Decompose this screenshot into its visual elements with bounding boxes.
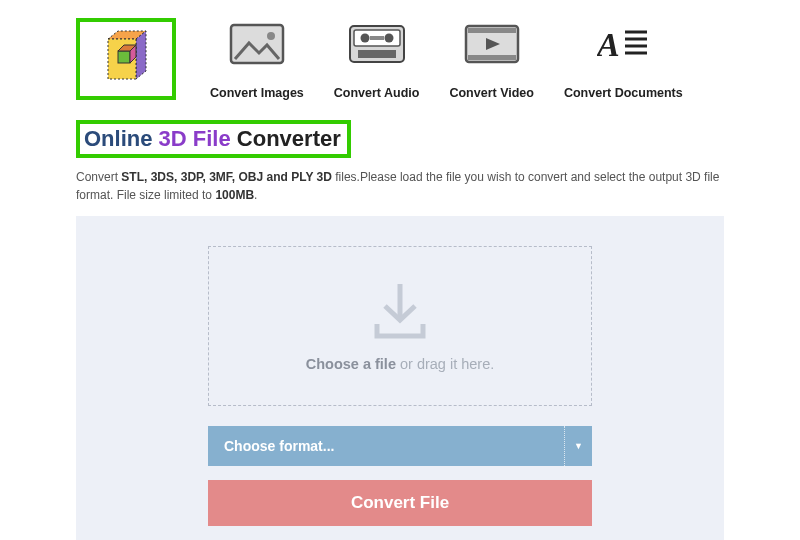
svg-marker-1: [136, 31, 146, 79]
image-icon: [227, 22, 287, 66]
svg-rect-12: [370, 36, 384, 40]
chevron-down-icon: ▼: [564, 426, 592, 466]
document-icon: A: [593, 22, 653, 66]
upload-panel: Choose a file or drag it here. Choose fo…: [76, 216, 724, 540]
title-part-online: Online: [84, 126, 152, 151]
description-text: Convert STL, 3DS, 3DP, 3MF, OBJ and PLY …: [76, 168, 724, 204]
format-select-label: Choose format...: [208, 438, 334, 454]
nav-convert-audio[interactable]: Convert Audio: [334, 22, 420, 100]
nav-convert-images[interactable]: Convert Images: [210, 22, 304, 100]
nav-label: Convert Images: [210, 86, 304, 100]
nav-label: Convert Documents: [564, 86, 683, 100]
svg-point-11: [384, 34, 393, 43]
nav-label: Convert Audio: [334, 86, 420, 100]
file-dropzone[interactable]: Choose a file or drag it here.: [208, 246, 592, 406]
svg-rect-15: [468, 28, 516, 33]
convert-button[interactable]: Convert File: [208, 480, 592, 526]
audio-icon: [347, 22, 407, 66]
svg-text:A: A: [597, 26, 620, 63]
svg-rect-13: [358, 50, 396, 58]
cube-3d-icon: [94, 27, 158, 91]
svg-point-10: [360, 34, 369, 43]
title-part-3d: 3D File: [159, 126, 231, 151]
nav-convert-video[interactable]: Convert Video: [449, 22, 534, 100]
top-nav: Convert Images Convert Audio: [210, 18, 683, 100]
dropzone-label: Choose a file or drag it here.: [306, 356, 495, 372]
svg-rect-6: [231, 25, 283, 63]
nav-label: Convert Video: [449, 86, 534, 100]
format-select[interactable]: Choose format... ▼: [208, 426, 592, 466]
title-part-converter: Converter: [237, 126, 341, 151]
svg-point-7: [267, 32, 275, 40]
page-title: Online 3D File Converter: [76, 120, 351, 158]
svg-rect-16: [468, 55, 516, 60]
svg-rect-3: [118, 51, 130, 63]
logo-3d[interactable]: [76, 18, 176, 100]
video-icon: [462, 22, 522, 66]
nav-convert-documents[interactable]: A Convert Documents: [564, 22, 683, 100]
download-arrow-icon: [371, 280, 429, 344]
